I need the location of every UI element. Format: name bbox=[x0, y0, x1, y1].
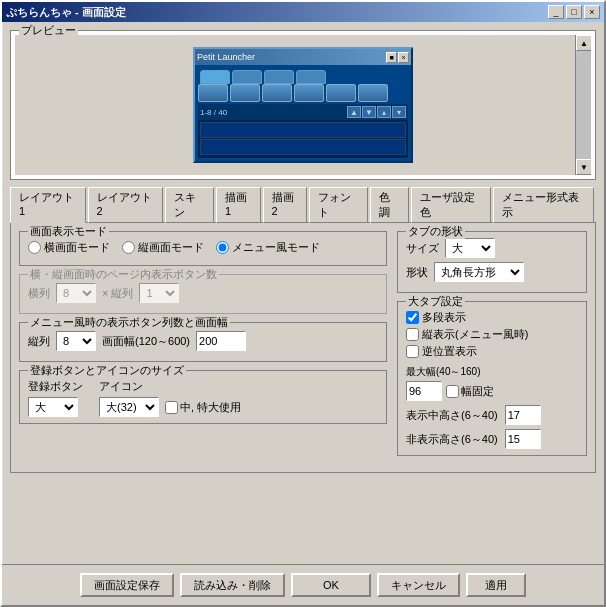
menu-display-legend: メニュー風時の表示ボタン列数と画面幅 bbox=[28, 315, 230, 330]
tab-bar: レイアウト1 レイアウト2 スキン 描画1 描画2 フォント 色調 ユーザ設定色… bbox=[10, 186, 596, 222]
row-label: × 縦列 bbox=[102, 286, 133, 301]
mini-launcher-preview: Petit Launcher ■ × bbox=[193, 47, 413, 163]
mini-buttons-row-1 bbox=[198, 84, 408, 102]
tab-shape-row: 形状 長方形 丸角長方形 台形 bbox=[406, 262, 578, 282]
menu-col-label: 縦列 bbox=[28, 334, 50, 349]
mini-body: 1-8 / 40 ▲ ▼ ▴ ▾ bbox=[195, 65, 411, 161]
col-label: 横列 bbox=[28, 286, 50, 301]
mini-title-btns: ■ × bbox=[386, 52, 409, 63]
tab-content: 画面表示モード 横画面モード 縦画面モード bbox=[10, 222, 596, 473]
minimize-button[interactable]: _ bbox=[548, 5, 564, 19]
tab-layout1[interactable]: レイアウト1 bbox=[10, 187, 86, 223]
tab-color[interactable]: 色調 bbox=[370, 187, 409, 223]
preview-scrollbar[interactable]: ▲ ▼ bbox=[575, 35, 591, 175]
page-buttons-legend: 横・縦画面時のページ内表示ボタン数 bbox=[28, 267, 219, 282]
tab-draw1[interactable]: 描画1 bbox=[216, 187, 260, 223]
multi-row-label: 多段表示 bbox=[422, 310, 466, 325]
multi-row-checkbox[interactable] bbox=[406, 311, 419, 324]
preview-group: プレビュー Petit Launcher ■ × bbox=[10, 30, 596, 180]
mini-nav-btn-bottom: ▾ bbox=[392, 106, 406, 118]
screen-mode-radio-group: 横画面モード 縦画面モード メニュー風モード bbox=[28, 240, 378, 255]
icon-extra-checkbox[interactable] bbox=[165, 401, 178, 414]
maximize-button[interactable]: □ bbox=[566, 5, 582, 19]
screen-mode-fieldset: 画面表示モード 横画面モード 縦画面モード bbox=[19, 231, 387, 266]
mini-tab-4 bbox=[296, 70, 326, 84]
close-button[interactable]: × bbox=[584, 5, 600, 19]
mini-nav-btn-up: ▲ bbox=[347, 106, 361, 118]
mini-title-text: Petit Launcher bbox=[197, 52, 255, 62]
mini-title-bar: Petit Launcher ■ × bbox=[195, 49, 411, 65]
mini-close-btn: ■ bbox=[386, 52, 397, 63]
page-buttons-row: 横列 8 × 縦列 1 bbox=[28, 283, 378, 303]
button-size-fieldset: 登録ボタンとアイコンのサイズ 登録ボタン 小 中 大 bbox=[19, 370, 387, 424]
radio-menu[interactable]: メニュー風モード bbox=[216, 240, 320, 255]
tab-shape-select[interactable]: 長方形 丸角長方形 台形 bbox=[434, 262, 524, 282]
mini-btn-1 bbox=[198, 84, 228, 102]
tab-font[interactable]: フォント bbox=[309, 187, 368, 223]
mini-nav-text: 1-8 / 40 bbox=[200, 108, 227, 117]
radio-vertical-input[interactable] bbox=[122, 241, 135, 254]
mini-tab-1 bbox=[200, 70, 230, 84]
tab-shape-legend: タブの形状 bbox=[406, 224, 465, 239]
read-delete-button[interactable]: 読み込み・削除 bbox=[180, 573, 285, 597]
max-width-section: 最大幅(40～160) 幅固定 bbox=[406, 365, 578, 401]
reg-btn-label: 登録ボタン bbox=[28, 379, 83, 394]
button-size-legend: 登録ボタンとアイコンのサイズ bbox=[28, 363, 186, 378]
menu-width-label: 画面幅(120～600) bbox=[102, 334, 190, 349]
mini-list-item-2 bbox=[200, 139, 406, 155]
mini-nav-btn-down: ▼ bbox=[362, 106, 376, 118]
fixed-width-checkbox[interactable] bbox=[446, 385, 459, 398]
fixed-width-label[interactable]: 幅固定 bbox=[446, 384, 494, 399]
row-select: 1 bbox=[139, 283, 179, 303]
menu-col-select[interactable]: 8 bbox=[56, 331, 96, 351]
reverse-checkbox[interactable] bbox=[406, 345, 419, 358]
hidden-height-input[interactable] bbox=[505, 429, 541, 449]
tab-size-row: サイズ 小 中 大 bbox=[406, 238, 578, 258]
icon-label: アイコン bbox=[99, 379, 241, 394]
fixed-width-text: 幅固定 bbox=[461, 384, 494, 399]
radio-menu-input[interactable] bbox=[216, 241, 229, 254]
mini-x-btn: × bbox=[398, 52, 409, 63]
radio-horizontal[interactable]: 横画面モード bbox=[28, 240, 110, 255]
icon-group: アイコン 小(16) 中(24) 大(32) 中, bbox=[99, 379, 241, 417]
apply-button[interactable]: 適用 bbox=[466, 573, 526, 597]
title-bar: ぷちらんちゃ - 画面設定 _ □ × bbox=[2, 2, 604, 22]
tab-size-select[interactable]: 小 中 大 bbox=[445, 238, 495, 258]
display-height-section: 表示中高さ(6～40) bbox=[406, 405, 578, 425]
max-width-legend: 最大幅(40～160) bbox=[406, 365, 578, 379]
col-select: 8 bbox=[56, 283, 96, 303]
icon-select[interactable]: 小(16) 中(24) 大(32) bbox=[99, 397, 159, 417]
icon-extra-label[interactable]: 中, 特大使用 bbox=[165, 400, 241, 415]
display-height-input[interactable] bbox=[505, 405, 541, 425]
scroll-down-btn[interactable]: ▼ bbox=[576, 159, 591, 175]
tab-menu-display[interactable]: メニュー形式表示 bbox=[493, 187, 594, 223]
main-content: プレビュー Petit Launcher ■ × bbox=[2, 22, 604, 481]
radio-horizontal-label: 横画面モード bbox=[44, 240, 110, 255]
save-button[interactable]: 画面設定保存 bbox=[80, 573, 174, 597]
scroll-up-btn[interactable]: ▲ bbox=[576, 35, 591, 51]
mini-btn-6 bbox=[358, 84, 388, 102]
max-width-input[interactable] bbox=[406, 381, 442, 401]
left-column: 画面表示モード 横画面モード 縦画面モード bbox=[19, 231, 387, 464]
mini-tab-2 bbox=[232, 70, 262, 84]
vertical-checkbox[interactable] bbox=[406, 328, 419, 341]
mini-nav-btns: ▲ ▼ ▴ ▾ bbox=[347, 106, 406, 118]
main-window: ぷちらんちゃ - 画面設定 _ □ × プレビュー Petit Launcher… bbox=[0, 0, 606, 607]
vertical-row: 縦表示(メニュー風時) bbox=[406, 327, 578, 342]
mini-btn-3 bbox=[262, 84, 292, 102]
scroll-track[interactable] bbox=[576, 51, 591, 159]
reg-btn-select[interactable]: 小 中 大 bbox=[28, 397, 78, 417]
radio-horizontal-input[interactable] bbox=[28, 241, 41, 254]
tab-user-color[interactable]: ユーザ設定色 bbox=[411, 187, 491, 223]
ok-button[interactable]: OK bbox=[291, 573, 371, 597]
radio-vertical[interactable]: 縦画面モード bbox=[122, 240, 204, 255]
tab-skin[interactable]: スキン bbox=[165, 187, 214, 223]
cancel-button[interactable]: キャンセル bbox=[377, 573, 460, 597]
tab-draw2[interactable]: 描画2 bbox=[263, 187, 307, 223]
two-col-layout: 画面表示モード 横画面モード 縦画面モード bbox=[19, 231, 587, 464]
mini-btn-2 bbox=[230, 84, 260, 102]
menu-width-input[interactable] bbox=[196, 331, 246, 351]
hidden-height-section: 非表示高さ(6～40) bbox=[406, 429, 578, 449]
tab-shape-label: 形状 bbox=[406, 265, 428, 280]
tab-layout2[interactable]: レイアウト2 bbox=[88, 187, 164, 223]
